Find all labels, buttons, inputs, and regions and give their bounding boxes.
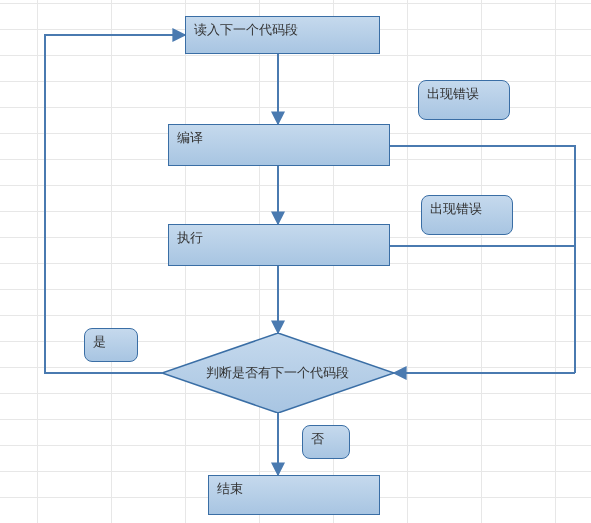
node-execute: 执行	[168, 224, 390, 266]
node-read-next: 读入下一个代码段	[185, 16, 380, 54]
node-compile: 编译	[168, 124, 390, 166]
annotation-error-1-label: 出现错误	[427, 85, 479, 103]
annotation-yes-label: 是	[93, 333, 106, 351]
annotation-no-label: 否	[311, 430, 324, 448]
annotation-error-2: 出现错误	[421, 195, 513, 235]
annotation-yes: 是	[84, 328, 138, 362]
node-end: 结束	[208, 475, 380, 515]
node-execute-label: 执行	[177, 229, 203, 247]
node-read-next-label: 读入下一个代码段	[194, 21, 298, 39]
annotation-error-1: 出现错误	[418, 80, 510, 120]
node-end-label: 结束	[217, 480, 243, 498]
annotation-error-2-label: 出现错误	[430, 200, 482, 218]
node-decision-label: 判断是否有下一个代码段	[197, 364, 359, 382]
node-compile-label: 编译	[177, 129, 203, 147]
annotation-no: 否	[302, 425, 350, 459]
node-decision: 判断是否有下一个代码段	[162, 333, 394, 413]
